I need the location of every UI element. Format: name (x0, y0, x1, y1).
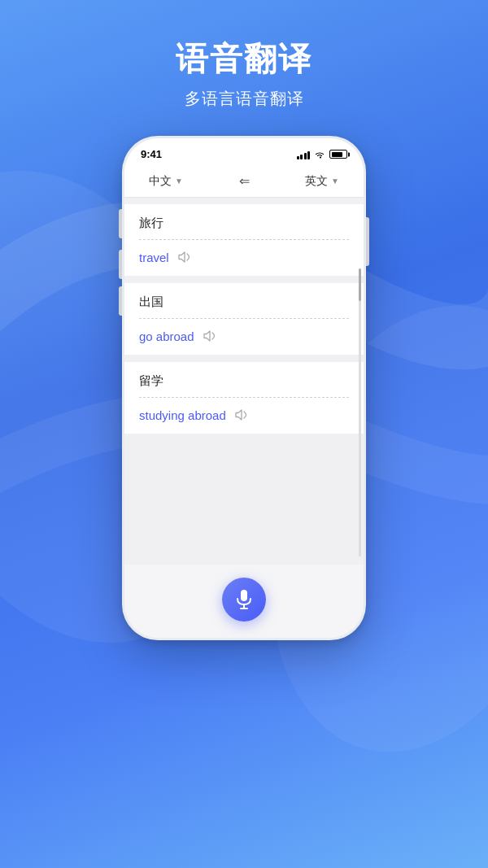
status-time: 9:41 (141, 148, 162, 160)
microphone-icon (235, 589, 253, 610)
target-lang-arrow-icon: ▼ (331, 177, 339, 185)
status-icons (297, 150, 348, 159)
status-bar: 9:41 (124, 138, 364, 165)
source-lang-label: 中文 (149, 174, 172, 189)
translated-text-2: go abroad (139, 329, 194, 343)
speaker-button-3[interactable] (233, 406, 251, 424)
swap-languages-icon[interactable]: ⇐ (239, 173, 250, 189)
svg-rect-2 (241, 590, 247, 601)
battery-icon (329, 150, 347, 159)
language-bar[interactable]: 中文 ▼ ⇐ 英文 ▼ (124, 165, 364, 198)
speaker-icon-1 (177, 251, 192, 264)
speaker-button-1[interactable] (176, 248, 194, 266)
translation-item: 留学 studying abroad (124, 362, 364, 434)
scroll-track (359, 268, 361, 556)
translation-item: 旅行 travel (124, 204, 364, 277)
speaker-button-2[interactable] (201, 327, 219, 345)
mic-area (124, 565, 364, 638)
source-lang-arrow-icon: ▼ (175, 177, 183, 185)
source-text-3: 留学 (139, 373, 349, 389)
scroll-thumb[interactable] (359, 268, 361, 301)
target-lang-label: 英文 (305, 174, 328, 189)
translated-text-1: travel (139, 251, 169, 264)
divider-2 (139, 318, 349, 319)
wifi-icon (314, 150, 325, 159)
divider-3 (139, 397, 349, 398)
source-text-2: 出国 (139, 294, 349, 310)
speaker-icon-2 (203, 329, 217, 342)
translated-text-3: studying abroad (139, 408, 226, 422)
speaker-icon-3 (234, 408, 249, 421)
source-text-1: 旅行 (139, 216, 349, 231)
main-title: 语音翻译 (176, 39, 312, 78)
mic-button[interactable] (222, 578, 266, 622)
divider-1 (139, 239, 349, 240)
sub-title: 多语言语音翻译 (176, 88, 312, 110)
target-language-selector[interactable]: 英文 ▼ (305, 174, 339, 189)
source-language-selector[interactable]: 中文 ▼ (149, 174, 183, 189)
phone-mockup: 9:41 (122, 136, 366, 640)
signal-icon (297, 150, 311, 159)
translation-item: 出国 go abroad (124, 283, 364, 355)
